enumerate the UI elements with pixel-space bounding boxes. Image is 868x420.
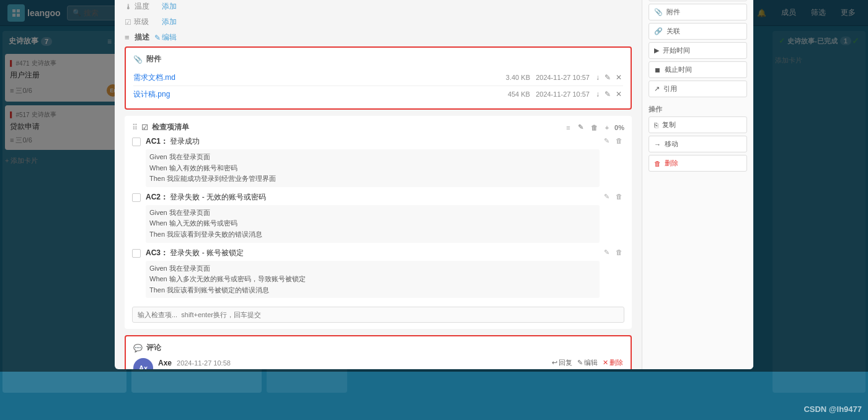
attachment-meta-1: 454 KB 2024-11-27 10:57 [508,90,590,98]
actions-title: 操作 [649,105,747,114]
comment-time-0: 2024-11-27 10:58 [177,359,231,367]
comment-bubble-icon: 💬 [133,344,143,352]
delete-card-button[interactable]: 🗑 删除 [649,155,747,172]
copy-button[interactable]: ⎘ 复制 [649,116,747,133]
modal-content: ☐ 多选123 添加 🌡 温度 添加 ☑ 班级 [115,0,753,369]
ac2-delete-btn[interactable]: 🗑 [614,192,624,201]
checklist-item-2: AC3： 登录失败 - 账号被锁定 Given 我在登录页面 When 输入多次… [132,248,624,299]
checklist-input[interactable] [132,307,624,323]
attach-icon: 📎 [654,8,663,16]
end-time-button[interactable]: ⏹ 截止时间 [649,61,747,78]
end-time-icon: ⏹ [654,66,661,74]
attachment-box: 📎 附件 需求文档.md 3.40 KB 2024-11-27 10:57 ↓ [125,46,632,110]
right-section-workload: 📊 工量量 📎 附件 🔗 关联 ▶ 开始时间 [649,0,747,97]
desc-edit-button[interactable]: ✎ 编辑 [154,32,177,43]
relation-button[interactable]: 🔗 关联 [649,23,747,40]
checklist-header: ⠿ ☑ 检查项清单 ≡ ✎ 🗑 + 0% [132,122,624,133]
right-section-actions: 操作 ⎘ 复制 → 移动 🗑 删除 [649,105,747,172]
field-row-class: ☑ 班级 添加 [125,17,632,27]
checklist-delete-btn[interactable]: 🗑 [589,123,600,132]
paperclip-icon: 📎 [133,55,143,64]
ac3-title: 登录失败 - 账号被锁定 [170,248,244,257]
attachment-item-1: 设计稿.png 454 KB 2024-11-27 10:57 ↓ ✎ ✕ [133,86,623,102]
download-btn-0[interactable]: ↓ [595,72,601,83]
download-btn-1[interactable]: ↓ [595,89,601,100]
edit-icon-desc: ✎ [154,33,161,42]
attachment-header: 📎 附件 [133,54,623,64]
field-add-class[interactable]: 添加 [162,17,177,27]
attachment-link-0[interactable]: 需求文档.md [133,72,506,83]
comment-avatar-0: Ax [133,358,153,369]
comment-item-0: Ax Axe 2024-11-27 10:58 ↩ 回复 [133,358,623,369]
checklist-box: ⠿ ☑ 检查项清单 ≡ ✎ 🗑 + 0% [125,116,632,329]
modal-right-panel: 📊 工量量 📎 附件 🔗 关联 ▶ 开始时间 [642,0,753,369]
ac1-body: Given 我在登录页面 When 输入有效的账号和密码 Then 我应能成功登… [146,149,600,187]
comment-delete-btn[interactable]: ✕ 删除 [603,358,623,367]
checklist-item-1: AC2： 登录失败 - 无效的账号或密码 Given 我在登录页面 When 输… [132,192,624,243]
checklist-drag-handle: ⠿ [132,123,138,132]
copy-icon: ⎘ [654,121,658,129]
attachment-link-1[interactable]: 设计稿.png [133,89,508,100]
checklist-checkbox-0[interactable] [132,138,141,146]
trash-icon: 🗑 [654,160,661,167]
checklist-icon: ☑ [141,123,148,132]
comment-author-0: Axe [158,359,172,367]
start-time-icon: ▶ [654,46,659,55]
delete-btn-0[interactable]: ✕ [614,72,623,83]
workload-button[interactable]: 📊 工量量 [649,0,747,1]
class-icon: ☑ [125,18,131,27]
checklist-menu-btn[interactable]: ≡ [564,123,572,132]
watermark: CSDN @lh9477 [804,405,862,414]
desc-icon: ≡ [125,33,130,42]
edit-icon-comment: ✎ [577,359,583,367]
modal-left: ☐ 多选123 添加 🌡 温度 添加 ☑ 班级 [115,0,642,369]
checklist-edit-btn[interactable]: ✎ [576,123,585,132]
ac2-id: AC2： [146,193,168,201]
modal: Er + 未完成 3 ☐ 多选123 添加 [115,0,753,369]
temp-icon: 🌡 [125,2,132,11]
delete-btn-1[interactable]: ✕ [614,89,623,100]
desc-label: 描述 [135,32,149,43]
attachment-button[interactable]: 📎 附件 [649,4,747,20]
ac3-edit-btn[interactable]: ✎ [602,248,611,257]
field-row-temp: 🌡 温度 添加 [125,1,632,12]
checklist-progress: 0% [614,124,624,131]
checklist-checkbox-2[interactable] [132,249,141,258]
comment-reply-btn[interactable]: ↩ 回复 [552,358,572,367]
ac1-title: 登录成功 [170,137,200,146]
ac3-delete-btn[interactable]: 🗑 [614,248,624,257]
ac1-delete-btn[interactable]: 🗑 [614,136,624,146]
reference-icon: ↗ [654,85,660,93]
ac2-title: 登录失败 - 无效的账号或密码 [170,193,266,201]
link-icon: 🔗 [654,27,663,35]
checklist-add-btn[interactable]: + [603,123,611,132]
edit-btn-0[interactable]: ✎ [603,72,612,83]
modal-overlay: Er + 未完成 3 ☐ 多选123 添加 [0,0,868,372]
ac2-body: Given 我在登录页面 When 输入无效的账号或密码 Then 我应该看到登… [146,205,600,243]
comment-box: 💬 评论 Ax Axe 2024-11-27 10:58 [125,335,632,369]
comment-header: 💬 评论 [133,343,623,353]
ac1-id: AC1： [146,137,168,146]
reply-icon: ↩ [552,359,557,367]
ac3-id: AC3： [146,248,168,257]
checklist-item-0: AC1： 登录成功 Given 我在登录页面 When 输入有效的账号和密码 T… [132,136,624,187]
reference-button[interactable]: ↗ 引用 [649,81,747,97]
field-add-temp[interactable]: 添加 [162,1,177,12]
edit-btn-1[interactable]: ✎ [603,89,612,100]
ac2-edit-btn[interactable]: ✎ [602,192,611,201]
ac3-body: Given 我在登录页面 When 输入多次无效的账号或密码，导致账号被锁定 T… [146,261,600,299]
desc-header: ≡ 描述 ✎ 编辑 [125,32,632,43]
delete-icon-comment: ✕ [603,359,608,367]
attachment-meta-0: 3.40 KB 2024-11-27 10:57 [506,74,590,81]
comment-edit-btn[interactable]: ✎ 编辑 [577,358,598,367]
ac1-edit-btn[interactable]: ✎ [602,136,611,146]
checklist-checkbox-1[interactable] [132,193,141,202]
attachment-item-0: 需求文档.md 3.40 KB 2024-11-27 10:57 ↓ ✎ ✕ [133,69,623,86]
move-button[interactable]: → 移动 [649,136,747,152]
start-time-button[interactable]: ▶ 开始时间 [649,42,747,59]
move-icon: → [654,141,661,148]
